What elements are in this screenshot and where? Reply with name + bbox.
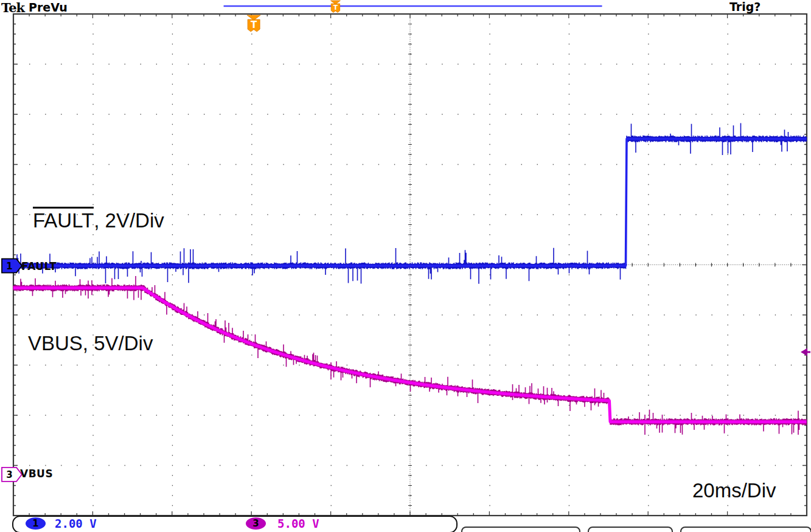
- ch1-annotation: FAULT, 2V/Div: [33, 207, 164, 232]
- tek-logo: Tek: [1, 0, 24, 15]
- ch3-trace-label: VBUS: [20, 468, 53, 480]
- ch1-readout-pill[interactable]: 1: [26, 517, 46, 530]
- ch3-annotation: VBUS, 5V/Div: [28, 332, 153, 355]
- ch1-annotation-rest: , 2V/Div: [94, 209, 164, 232]
- ch3-badge[interactable]: 3: [2, 468, 22, 482]
- trigger-status: Trig?: [729, 0, 761, 13]
- record-trigger-marker-icon[interactable]: T: [331, 1, 341, 12]
- ch1-badge-number: 1: [6, 261, 12, 272]
- trigger-letter: T: [251, 19, 257, 30]
- trigger-letter: T: [333, 4, 338, 12]
- trigger-position-marker-icon[interactable]: T: [247, 15, 260, 32]
- bottom-readout-box: [680, 527, 811, 532]
- ch3-readout-pill[interactable]: 3: [246, 517, 266, 530]
- ch1-scale-readout[interactable]: 2.00 V: [55, 517, 97, 530]
- ch3-scale-readout[interactable]: 5.00 V: [277, 517, 319, 530]
- bottom-readout-box: [461, 527, 580, 532]
- ch3-level-arrow-icon[interactable]: [801, 348, 810, 356]
- acquisition-status: PreVu: [29, 1, 68, 14]
- bottom-readout-box: [588, 527, 673, 532]
- timebase-annotation: 20ms/Div: [692, 479, 776, 502]
- oscilloscope-display: TT13: [0, 0, 811, 532]
- ch3-badge-number: 3: [6, 469, 12, 480]
- ch1-trace-label: FAULT: [21, 260, 57, 272]
- ch1-annotation-overline: FAULT: [33, 207, 94, 232]
